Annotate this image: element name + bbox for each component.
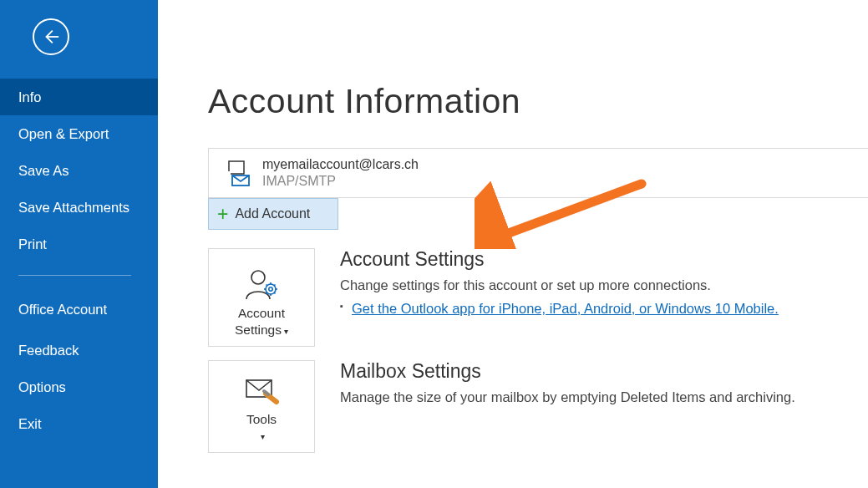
chevron-down-icon: ▾ <box>261 432 265 443</box>
account-settings-desc: Change settings for this account or set … <box>340 276 868 296</box>
sidebar-item-open-export[interactable]: Open & Export <box>0 115 158 152</box>
mailbox-settings-heading: Mailbox Settings <box>340 360 868 383</box>
sidebar-item-feedback[interactable]: Feedback <box>0 332 158 369</box>
mailbox-settings-desc: Manage the size of your mailbox by empty… <box>340 388 868 408</box>
sidebar-item-label: Save Attachments <box>18 200 129 216</box>
sidebar-item-label: Exit <box>18 416 42 432</box>
svg-point-3 <box>251 271 265 284</box>
tools-tile[interactable]: Tools ▾ <box>208 360 315 453</box>
page-title: Account Information <box>208 82 868 121</box>
add-account-button[interactable]: + Add Account <box>208 198 338 230</box>
sidebar-item-save-as[interactable]: Save As <box>0 152 158 189</box>
sidebar: Info Open & Export Save As Save Attachme… <box>0 0 158 488</box>
sidebar-item-label: Print <box>18 236 47 252</box>
sidebar-item-print[interactable]: Print <box>0 226 158 262</box>
sidebar-item-info[interactable]: Info <box>0 79 158 115</box>
sidebar-item-label: Office Account <box>18 301 107 318</box>
sidebar-divider <box>18 275 131 276</box>
chevron-down-icon: ▾ <box>284 327 288 338</box>
sidebar-item-label: Open & Export <box>18 126 109 142</box>
sidebar-item-exit[interactable]: Exit <box>0 405 158 442</box>
sidebar-item-options[interactable]: Options <box>0 369 158 405</box>
plus-icon: + <box>217 205 228 224</box>
person-gear-icon <box>243 263 280 305</box>
back-button[interactable] <box>33 18 69 55</box>
sidebar-item-label: Options <box>18 379 66 395</box>
svg-rect-0 <box>229 161 244 174</box>
sidebar-item-save-attachments[interactable]: Save Attachments <box>0 189 158 226</box>
get-outlook-app-link[interactable]: Get the Outlook app for iPhone, iPad, An… <box>352 301 779 316</box>
svg-point-5 <box>269 287 272 291</box>
arrow-left-icon <box>42 28 60 46</box>
mailbox-tools-icon <box>243 369 280 411</box>
tile-label-line2: Settings <box>235 323 282 337</box>
svg-rect-1 <box>227 171 231 184</box>
account-email: myemailaccount@lcars.ch <box>262 157 419 172</box>
sidebar-item-label: Feedback <box>18 343 79 358</box>
sidebar-item-label: Save As <box>18 163 69 179</box>
sidebar-item-office-account[interactable]: Office Account <box>0 287 158 332</box>
tile-label: Tools <box>246 412 277 426</box>
tile-label-line1: Account <box>238 306 285 320</box>
account-settings-heading: Account Settings <box>340 248 868 271</box>
add-account-label: Add Account <box>235 206 310 221</box>
sidebar-item-label: Info <box>18 89 42 105</box>
account-dropdown[interactable]: myemailaccount@lcars.ch IMAP/SMTP <box>208 148 868 198</box>
main-pane: Account Information myemailaccount@lcars… <box>158 0 868 488</box>
account-protocol: IMAP/SMTP <box>262 174 419 189</box>
account-type-icon <box>221 159 256 187</box>
account-settings-tile[interactable]: Account Settings ▾ <box>208 248 315 347</box>
